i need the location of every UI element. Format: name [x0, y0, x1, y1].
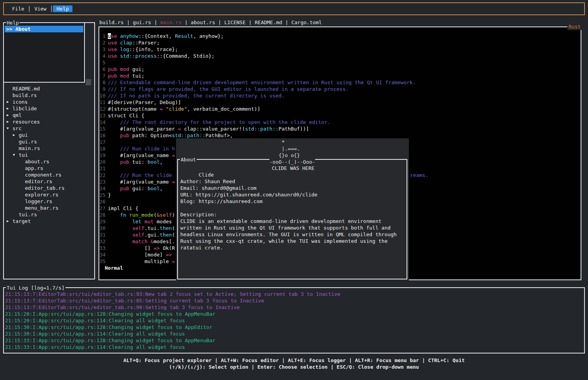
help-menu-item-about[interactable]: >> About: [5, 26, 83, 32]
explorer-scrollbar-thumb[interactable]: [86, 79, 91, 85]
tree-item-icons[interactable]: ▶icons: [4, 99, 93, 105]
tree-item-README.md[interactable]: README.md: [4, 85, 93, 92]
line-number: 31: [99, 232, 106, 238]
code-token: .gui.: [144, 232, 160, 238]
tree-item-explorer.rs[interactable]: explorer.rs: [4, 191, 93, 198]
log-entry: 21:15:13:T:EditorTab:src/tui/editor_tab.…: [5, 304, 583, 311]
code-token: bool: [148, 159, 160, 165]
tree-item-app.rs[interactable]: app.rs: [4, 165, 93, 171]
tree-item-build.rs[interactable]: build.rs: [4, 92, 93, 99]
code-line[interactable]: 4use std::process::{Command, Stdio};: [99, 53, 581, 59]
code-token: ::{Command, Stdio};: [157, 53, 215, 59]
code-line[interactable]: 12#[structopt(name = "clide", verbatim_d…: [99, 106, 581, 112]
about-text-line: Rust using the cxx-qt crate, while the T…: [180, 238, 405, 244]
editor-tab-build.rs[interactable]: build.rs: [99, 19, 124, 25]
tree-item-src[interactable]: ▼src: [4, 125, 93, 132]
code-token: [108, 212, 120, 218]
help-menu-title: Help: [6, 19, 19, 26]
code-token-tail: reams.: [410, 172, 428, 179]
chevron-collapsed-icon: ▶: [7, 118, 9, 125]
chevron-collapsed-icon: ▶: [13, 132, 15, 138]
line-number: 24: [99, 185, 106, 192]
code-token: mod: [120, 73, 129, 79]
editor-tab-about.rs[interactable]: about.rs: [191, 19, 215, 25]
code-line[interactable]: 11#[derive(Parser, Debug)]: [99, 99, 581, 106]
code-line[interactable]: 9/// If no flags are provided, the GUI e…: [99, 86, 581, 92]
editor-tab-README.md[interactable]: README.md: [255, 19, 282, 25]
code-line[interactable]: 5: [99, 59, 581, 66]
code-token: []: [108, 245, 153, 251]
tree-item-resources[interactable]: ▶resources: [4, 118, 93, 125]
code-line[interactable]: 2use clap::Parser;: [99, 39, 581, 46]
line-number: 13: [99, 112, 106, 119]
code-line[interactable]: 1use anyhow::{Context, Result, anyhow};: [99, 33, 581, 39]
menu-separator: │: [50, 5, 53, 12]
code-token: modes: [153, 219, 175, 224]
editor-tab-LICENSE[interactable]: LICENSE: [224, 19, 246, 25]
tree-item-component.rs[interactable]: component.rs: [4, 171, 93, 178]
code-token: /// If no path is provided, the current …: [108, 93, 285, 99]
line-number: 5: [99, 59, 106, 66]
tree-item-tui[interactable]: ▼tui: [4, 152, 93, 158]
footer-shortcuts-line1: ALT+Q: Focus project explorer | ALT+W: F…: [0, 357, 588, 364]
code-line[interactable]: 10/// If no path is provided, the curren…: [99, 92, 581, 99]
line-number: 16: [99, 132, 106, 139]
log-entry: 21:15:33:I:App:src/tui/app.rs:128:Changi…: [5, 337, 583, 344]
menu-item-file[interactable]: File: [9, 5, 28, 12]
menu-item-view[interactable]: View: [31, 5, 50, 12]
editor-tab-main.rs[interactable]: main.rs: [160, 19, 182, 25]
tree-item-label: tui.rs: [19, 211, 37, 218]
tree-item-target[interactable]: ▶target: [4, 218, 93, 224]
tree-item-gui.rs[interactable]: gui.rs: [4, 138, 93, 145]
tree-item-menu_bar.rs[interactable]: menu_bar.rs: [4, 205, 93, 211]
tree-item-label: explorer.rs: [25, 191, 58, 198]
tree-item-main.rs[interactable]: main.rs: [4, 145, 93, 152]
code-line[interactable]: 7pub mod tui;: [99, 72, 581, 79]
line-number: 3: [99, 46, 106, 53]
tab-separator: |: [181, 19, 190, 25]
code-token: clap::value_parser!(: [181, 126, 245, 132]
code-token: match: [132, 239, 148, 244]
line-number: 18: [99, 145, 106, 152]
code-line[interactable]: 15 #[arg(value_parser = clap::value_pars…: [99, 125, 581, 132]
code-line[interactable]: 14 /// The root directory for the projec…: [99, 119, 581, 125]
tree-item-label: logger.rs: [25, 198, 52, 205]
code-line[interactable]: 6pub mod gui;: [99, 66, 581, 72]
line-number: 9: [99, 86, 106, 92]
log-entries: 21:15:13:T:EditorTab:src/tui/editor_tab.…: [5, 291, 583, 350]
tree-item-editor.rs[interactable]: editor.rs: [4, 178, 93, 185]
about-text-line: [180, 205, 405, 211]
code-token: fn: [120, 212, 126, 218]
code-token: pub: [120, 159, 129, 165]
line-number: 11: [99, 99, 106, 106]
tree-item-tui.rs[interactable]: tui.rs: [4, 211, 93, 218]
tree-item-about.rs[interactable]: about.rs: [4, 158, 93, 165]
menu-item-help[interactable]: Help: [53, 5, 72, 12]
code-line[interactable]: 13struct Cli {: [99, 112, 581, 119]
code-line[interactable]: 8/// Extendable command-line driven deve…: [99, 79, 581, 86]
code-token: self: [132, 232, 144, 238]
about-text-line: URL: https://git.shaunreed.com/shaunrd0/…: [180, 191, 405, 198]
log-entry: 21:15:30:I:App:src/tui/app.rs:128:Changi…: [5, 324, 583, 331]
tree-item-gui[interactable]: ▶gui: [4, 132, 93, 138]
tab-separator: |: [215, 19, 224, 25]
tree-item-editor_tab.rs[interactable]: editor_tab.rs: [4, 185, 93, 191]
tui-log-panel: Tui Log [log=1.7/s] 21:15:13:T:EditorTab…: [3, 287, 585, 353]
ascii-art-line: |.===.: [269, 145, 300, 152]
code-line[interactable]: 3use log::{info, trace};: [99, 46, 581, 53]
editor-tab-strip: build.rs | gui.rs | main.rs | about.rs |…: [99, 19, 322, 26]
code-token: #[structopt(name: [108, 106, 160, 112]
tree-item-label: component.rs: [25, 171, 62, 178]
tree-item-qml[interactable]: ▶qml: [4, 112, 93, 118]
editor-tab-Cargo.toml[interactable]: Cargo.toml: [291, 19, 322, 25]
code-token: /// Run clide in h: [108, 146, 175, 152]
code-token: /// Run the clide: [108, 172, 175, 178]
code-token: &self: [157, 212, 172, 218]
code-line[interactable]: 16 pub path: Option<std::path::PathBuf>,: [99, 132, 581, 139]
tree-item-logger.rs[interactable]: logger.rs: [4, 198, 93, 205]
tree-item-libclide[interactable]: ▶libclide: [4, 105, 93, 112]
code-token: ,: [160, 186, 163, 191]
tree-item-label: target: [12, 218, 31, 224]
editor-tab-gui.rs[interactable]: gui.rs: [133, 19, 151, 25]
log-entry: 21:15:20:I:App:src/tui/app.rs:114:Cleari…: [5, 317, 583, 324]
